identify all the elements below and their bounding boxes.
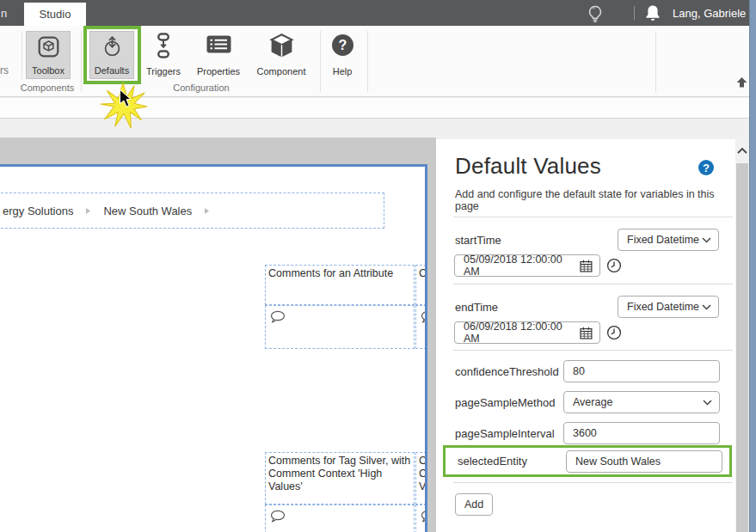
default-values-panel: Default Values ? Add and configure the d… — [436, 139, 735, 532]
confidencethreshold-label: confidenceThreshold — [455, 360, 559, 382]
comments-attribute-component-clipped[interactable] — [415, 305, 427, 349]
endtime-value: 06/09/2018 12:00:00 AM — [464, 321, 580, 345]
component-button[interactable]: Component — [251, 31, 311, 79]
clock-icon[interactable] — [606, 325, 622, 340]
selectedentity-highlight-box: selectedEntity New South Wales — [443, 445, 732, 477]
mouse-cursor — [119, 89, 132, 108]
panel-title: Default Values — [455, 153, 601, 180]
selectedentity-label: selectedEntity — [458, 449, 527, 472]
ribbon-separator — [22, 31, 22, 79]
panel-subtitle: Add and configure the default state for … — [455, 188, 730, 212]
design-surface: ergy Solutions New South Wales Comments … — [0, 138, 436, 532]
comments-tagsilver-component-clipped[interactable] — [415, 504, 427, 532]
ribbon-separator — [81, 31, 82, 92]
titlebar-divider — [634, 6, 635, 20]
page-canvas[interactable]: ergy Solutions New South Wales Comments … — [0, 164, 427, 532]
scroll-up-button[interactable] — [735, 143, 749, 158]
breadcrumb-item[interactable]: New South Wales — [103, 205, 192, 217]
notifications-bell-icon[interactable] — [644, 4, 661, 22]
chevron-down-icon — [702, 237, 711, 243]
confidencethreshold-value: 80 — [573, 365, 585, 377]
panel-divider — [453, 482, 733, 483]
group-label-configuration: Configuration — [144, 83, 258, 93]
starttime-type-select[interactable]: Fixed Datetime — [618, 229, 719, 251]
endtime-label: endTime — [455, 296, 498, 318]
properties-button[interactable]: Properties — [191, 31, 246, 79]
help-button[interactable]: ? Help — [323, 31, 362, 79]
titlebar: n Studio Lang, Gabriele — [0, 0, 756, 26]
selectedentity-input[interactable]: New South Wales — [566, 450, 722, 473]
calendar-icon[interactable] — [580, 327, 593, 339]
pagesampleinterval-label: pageSampleInterval — [455, 422, 555, 444]
user-name[interactable]: Lang, Gabriele — [673, 0, 746, 26]
endtime-type-select[interactable]: Fixed Datetime — [618, 296, 719, 318]
chevron-down-icon — [702, 304, 711, 310]
comments-tagsilver-component[interactable] — [265, 504, 415, 532]
comments-tagsilver-title-clipped[interactable]: Comments for Tag Silver, with Comment Co… — [415, 452, 427, 504]
lightbulb-icon[interactable] — [586, 4, 605, 23]
ribbon-cut-label: rs — [0, 64, 9, 76]
starttime-datetime-input[interactable]: 05/09/2018 12:00:00 AM — [454, 254, 600, 277]
pagesampleinterval-value: 3600 — [573, 427, 597, 439]
starttime-type-value: Fixed Datetime — [627, 234, 699, 246]
help-label: Help — [333, 66, 353, 76]
window-border — [749, 0, 756, 532]
selectedentity-value: New South Wales — [575, 456, 661, 468]
comment-bubble-icon — [269, 510, 286, 523]
panel-divider — [453, 284, 733, 284]
panel-help-icon[interactable]: ? — [698, 160, 714, 175]
confidencethreshold-input[interactable]: 80 — [563, 360, 720, 382]
breadcrumb[interactable]: ergy Solutions New South Wales — [0, 193, 384, 229]
component-icon — [268, 33, 295, 59]
starttime-label: startTime — [455, 229, 501, 251]
breadcrumb-arrow-icon — [85, 207, 91, 215]
pagesampleinterval-input[interactable]: 3600 — [563, 422, 720, 444]
calendar-icon[interactable] — [580, 260, 593, 272]
comments-attribute-title[interactable]: Comments for an Attribute — [265, 265, 415, 305]
tab-studio[interactable]: Studio — [24, 3, 86, 26]
breadcrumb-arrow-icon — [204, 207, 210, 215]
defaults-highlight-box — [83, 26, 141, 84]
pagesamplemethod-label: pageSampleMethod — [455, 391, 555, 413]
toolbox-icon — [37, 35, 60, 58]
pagesamplemethod-value: Average — [573, 396, 612, 408]
comment-bubble-icon — [269, 310, 286, 324]
add-button[interactable]: Add — [455, 493, 493, 516]
tab-partial[interactable]: n — [1, 0, 7, 26]
comment-bubble-icon — [420, 310, 427, 324]
panel-divider — [453, 217, 733, 217]
comment-bubble-icon — [420, 510, 427, 523]
ribbon-separator — [367, 31, 368, 92]
ribbon-separator — [320, 31, 321, 92]
group-label-components: Components — [12, 83, 83, 93]
properties-label: Properties — [197, 66, 240, 76]
endtime-type-value: Fixed Datetime — [627, 301, 699, 313]
toolbox-label: Toolbox — [32, 65, 65, 76]
properties-icon — [206, 33, 232, 56]
pagesamplemethod-select[interactable]: Average — [563, 391, 720, 413]
panel-scrollbar[interactable] — [735, 138, 749, 532]
breadcrumb-item[interactable]: ergy Solutions — [3, 205, 73, 217]
triggers-icon — [152, 33, 175, 59]
clock-icon[interactable] — [606, 258, 622, 273]
endtime-datetime-input[interactable]: 06/09/2018 12:00:00 AM — [454, 321, 600, 344]
help-icon: ? — [330, 33, 355, 58]
component-label: Component — [257, 66, 306, 76]
comments-tagsilver-title[interactable]: Comments for Tag Silver, with Comment Co… — [265, 452, 415, 504]
chevron-up-icon — [737, 148, 747, 154]
starttime-value: 05/09/2018 12:00:00 AM — [464, 254, 580, 278]
toolbox-button[interactable]: Toolbox — [26, 31, 71, 79]
chevron-down-icon — [703, 400, 712, 406]
comments-attribute-title-clipped[interactable]: Comments for an Attribute — [415, 265, 427, 305]
panel-divider — [453, 350, 733, 351]
triggers-button[interactable]: Triggers — [142, 31, 185, 79]
comments-attribute-component[interactable] — [265, 305, 415, 349]
svg-text:?: ? — [338, 38, 347, 52]
scrollbar-thumb[interactable] — [736, 163, 748, 532]
ribbon-separator — [655, 31, 656, 92]
main-area: ergy Solutions New South Wales Comments … — [0, 119, 756, 532]
triggers-label: Triggers — [146, 66, 181, 76]
collapse-ribbon-icon[interactable] — [736, 77, 747, 88]
